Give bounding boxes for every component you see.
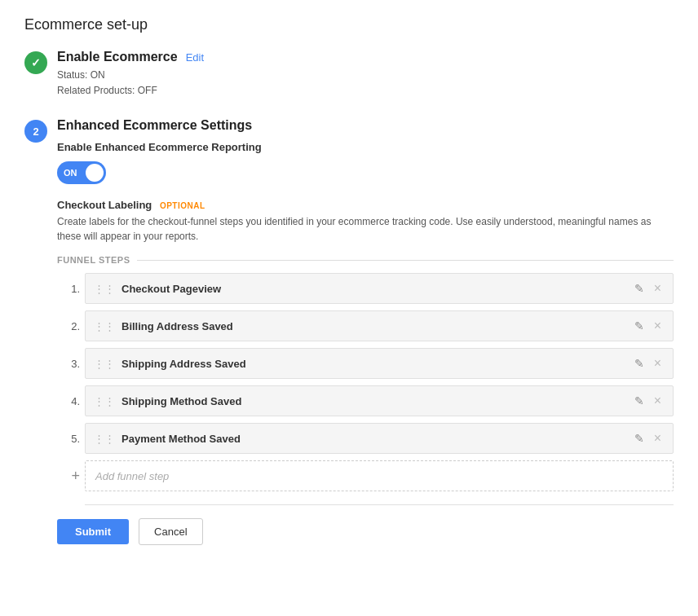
step-remove-button-4[interactable]: ×	[651, 392, 665, 410]
step-label-2: Billing Address Saved	[121, 320, 631, 332]
step2-number-icon: 2	[24, 120, 47, 143]
funnel-step-row: 1. ⋮⋮ Checkout Pageview ✎ ×	[57, 273, 674, 304]
green-checkmark-icon: ✓	[24, 51, 47, 74]
funnel-step-row: 3. ⋮⋮ Shipping Address Saved ✎ ×	[57, 348, 674, 379]
checkout-label-title: Checkout Labeling	[57, 199, 152, 211]
step-actions-4: ✎ ×	[631, 392, 665, 410]
drag-handle-icon-1[interactable]: ⋮⋮	[94, 283, 115, 295]
checkout-label-section: Checkout Labeling OPTIONAL Create labels…	[57, 199, 674, 244]
step-actions-1: ✎ ×	[631, 279, 665, 297]
toggle-on-label: ON	[64, 168, 77, 178]
reporting-toggle-area: Enable Enhanced Ecommerce Reporting ON	[57, 141, 674, 184]
funnel-steps-list: 1. ⋮⋮ Checkout Pageview ✎ × 2. ⋮⋮ Billin…	[57, 273, 674, 505]
enable-ecommerce-header: Enable Ecommerce Edit	[57, 50, 674, 64]
toggle-container: ON	[57, 161, 674, 184]
step-box-3: ⋮⋮ Shipping Address Saved ✎ ×	[85, 348, 674, 379]
step-label-1: Checkout Pageview	[121, 283, 631, 295]
step-actions-3: ✎ ×	[631, 354, 665, 372]
step-edit-button-2[interactable]: ✎	[631, 318, 647, 334]
add-step-placeholder: Add funnel step	[95, 470, 169, 482]
drag-handle-icon-2[interactable]: ⋮⋮	[94, 320, 115, 332]
step-edit-button-1[interactable]: ✎	[631, 280, 647, 297]
enable-ecommerce-icon: ✓	[24, 51, 47, 74]
step-remove-button-5[interactable]: ×	[651, 429, 665, 447]
drag-handle-icon-4[interactable]: ⋮⋮	[94, 395, 115, 407]
step-remove-button-1[interactable]: ×	[651, 279, 665, 297]
step-number-1: 1.	[57, 283, 80, 295]
toggle-thumb	[86, 164, 104, 182]
step-label-5: Payment Method Saved	[121, 433, 631, 445]
submit-button[interactable]: Submit	[57, 519, 129, 544]
step-label-4: Shipping Method Saved	[121, 395, 631, 407]
funnel-steps-header: FUNNEL STEPS	[57, 255, 674, 265]
form-actions: Submit Cancel	[57, 518, 674, 545]
step-edit-button-4[interactable]: ✎	[631, 393, 647, 409]
step-box-1: ⋮⋮ Checkout Pageview ✎ ×	[85, 273, 674, 304]
enable-ecommerce-title: Enable Ecommerce	[57, 50, 178, 64]
divider	[85, 504, 674, 505]
step-edit-button-5[interactable]: ✎	[631, 430, 647, 447]
step-number-3: 3.	[57, 358, 80, 370]
checkout-description: Create labels for the checkout-funnel st…	[57, 214, 674, 244]
section-enhanced-ecommerce: 2 Enhanced Ecommerce Settings Enable Enh…	[24, 118, 674, 545]
funnel-step-row: 2. ⋮⋮ Billing Address Saved ✎ ×	[57, 310, 674, 341]
reporting-label: Enable Enhanced Ecommerce Reporting	[57, 141, 674, 153]
add-step-box[interactable]: Add funnel step	[85, 460, 674, 491]
step-box-5: ⋮⋮ Payment Method Saved ✎ ×	[85, 423, 674, 454]
status-line2: Related Products: OFF	[57, 83, 674, 99]
section-enable-ecommerce: ✓ Enable Ecommerce Edit Status: ON Relat…	[24, 50, 674, 99]
cancel-button[interactable]: Cancel	[139, 518, 202, 545]
step-remove-button-2[interactable]: ×	[651, 317, 665, 335]
enable-ecommerce-content: Enable Ecommerce Edit Status: ON Related…	[57, 50, 674, 99]
optional-badge: OPTIONAL	[160, 201, 205, 210]
funnel-step-row: 5. ⋮⋮ Payment Method Saved ✎ ×	[57, 423, 674, 454]
edit-link[interactable]: Edit	[186, 51, 204, 64]
step-number-4: 4.	[57, 395, 80, 407]
add-step-row: + Add funnel step	[57, 460, 674, 491]
section2-icon: 2	[24, 120, 47, 143]
section2-header: Enhanced Ecommerce Settings	[57, 118, 674, 133]
step-actions-2: ✎ ×	[631, 317, 665, 335]
step-box-2: ⋮⋮ Billing Address Saved ✎ ×	[85, 310, 674, 341]
ecommerce-reporting-toggle[interactable]: ON	[57, 161, 106, 184]
step-edit-button-3[interactable]: ✎	[631, 355, 647, 372]
step-box-4: ⋮⋮ Shipping Method Saved ✎ ×	[85, 385, 674, 416]
page-title: Ecommerce set-up	[24, 16, 674, 33]
step-number-5: 5.	[57, 433, 80, 445]
status-line1: Status: ON	[57, 68, 674, 83]
funnel-step-row: 4. ⋮⋮ Shipping Method Saved ✎ ×	[57, 385, 674, 416]
section2-title: Enhanced Ecommerce Settings	[57, 118, 252, 133]
step-label-3: Shipping Address Saved	[121, 358, 631, 370]
drag-handle-icon-5[interactable]: ⋮⋮	[94, 433, 115, 445]
drag-handle-icon-3[interactable]: ⋮⋮	[94, 358, 115, 370]
step-actions-5: ✎ ×	[631, 429, 665, 447]
step-number-2: 2.	[57, 320, 80, 332]
add-step-plus-icon: +	[57, 468, 80, 485]
step-remove-button-3[interactable]: ×	[651, 354, 665, 372]
section2-content: Enhanced Ecommerce Settings Enable Enhan…	[57, 118, 674, 545]
